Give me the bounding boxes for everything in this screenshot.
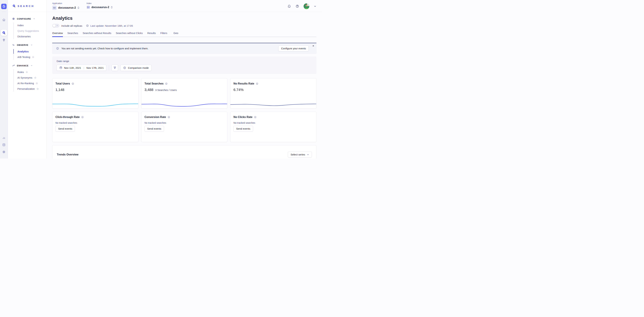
sidebar-header-observe[interactable]: OBSERVE [12, 43, 46, 47]
sidebar-item-ai-reranking[interactable]: AI Re-Ranking ☆ [14, 80, 46, 86]
help-button[interactable] [296, 4, 299, 8]
send-events-button[interactable]: Send events [56, 126, 75, 132]
index-label: Index [86, 2, 113, 4]
date-range-button[interactable]: Nov 11th, 2021 | Nov 17th, 2021 [56, 65, 106, 71]
favorite-star-icon[interactable]: ☆ [36, 88, 39, 90]
include-replicas-toggle[interactable]: ✕ [52, 24, 59, 28]
section-label: ENHANCE [17, 64, 28, 67]
tab-searches-without-clicks[interactable]: Searches without Clicks [116, 32, 143, 37]
rail-settings-button[interactable] [2, 150, 6, 154]
info-icon[interactable] [256, 82, 258, 85]
index-value: docusaurus-2 [92, 6, 109, 9]
index-dropdown[interactable]: docusaurus-2 [86, 6, 113, 9]
date-range-label: Date range [56, 60, 312, 62]
card-total-searches: Total Searches 3,488 3 Searches / Users [141, 78, 228, 109]
sidebar-item-ai-synonyms[interactable]: AI Synonyms ☆ [14, 75, 46, 80]
info-icon[interactable] [254, 116, 256, 118]
chevron-down-icon [33, 18, 35, 20]
sidebar-item-analytics[interactable]: Analytics [14, 49, 46, 54]
page-title: Analytics [52, 16, 316, 21]
info-icon[interactable] [81, 116, 84, 118]
clock-icon [86, 24, 89, 27]
account-menu-chevron-icon[interactable] [314, 5, 316, 8]
sidebar-header-enhance[interactable]: ENHANCE [12, 64, 46, 68]
card-title: No Clicks Rate [234, 116, 252, 118]
filter-button[interactable] [112, 64, 118, 71]
logo-text: SEARCH [18, 4, 34, 8]
card-title: Total Searches [144, 82, 164, 85]
send-events-button[interactable]: Send events [234, 126, 253, 132]
comparison-mode-button[interactable]: Comparison mode [120, 65, 152, 71]
card-title: Conversion Rate [144, 116, 166, 118]
funnel-icon [113, 66, 116, 70]
search-pin-icon [2, 31, 6, 35]
sidebar: SEARCH CONFIGURE [8, 0, 47, 158]
tab-filters[interactable]: Filters [160, 32, 167, 37]
tab-results[interactable]: Results [147, 32, 156, 37]
sidebar-item-query-suggestions[interactable]: Query Suggestions [14, 28, 46, 34]
lightbulb-flash-icon [2, 38, 6, 42]
card-click-through-rate: Click-through Rate No tracked searches S… [52, 112, 138, 142]
rail-home-button[interactable] [2, 18, 6, 22]
section-label: CONFIGURE [17, 18, 31, 20]
rail-recommend-button[interactable] [2, 38, 6, 42]
sidebar-header-configure[interactable]: CONFIGURE [12, 17, 46, 21]
sidebar-item-rules[interactable]: Rules ☆ [14, 69, 46, 75]
tab-overview[interactable]: Overview [52, 32, 63, 37]
tab-searches[interactable]: Searches [68, 32, 78, 37]
banner-close-icon[interactable]: ✕ [312, 44, 314, 47]
favorite-star-icon[interactable]: ☆ [26, 71, 28, 74]
date-end: Nov 17th, 2021 [86, 66, 104, 69]
last-update: Last update: November 18th, at 17:05 [86, 24, 133, 27]
tab-searches-without-results[interactable]: Searches without Results [83, 32, 111, 37]
favorite-star-icon[interactable]: ☆ [34, 76, 36, 79]
date-range-panel: Date range Nov 11th, 2021 | Nov 17th, 20… [52, 56, 316, 74]
select-series-label: Select series [290, 153, 305, 156]
send-events-button[interactable]: Send events [144, 126, 164, 132]
notifications-button[interactable] [287, 4, 291, 8]
info-icon[interactable] [165, 82, 168, 85]
sidebar-item-ab-testing[interactable]: A/B Testing ☆ [14, 54, 46, 60]
application-value: docusaurus-2 [58, 6, 76, 9]
rail-timer-button[interactable] [1, 4, 6, 9]
trends-overview-card: Trends Overview Select series [52, 145, 316, 158]
calendar-icon [59, 66, 62, 69]
controls-divider [109, 65, 109, 71]
index-selector: Index docusaurus-2 [86, 2, 113, 12]
application-badge: D2 [52, 6, 56, 10]
favorite-star-icon[interactable]: ☆ [32, 56, 34, 58]
configure-events-button[interactable]: Configure your events [278, 46, 309, 51]
banner-message: You are not sending events yet. Check ho… [61, 47, 148, 50]
info-icon[interactable] [168, 116, 170, 118]
product-rail [0, 0, 8, 158]
last-update-text: Last update: November 18th, at 17:05 [90, 24, 133, 27]
sidebar-section-observe: OBSERVE Analytics A/B Testing ☆ [12, 43, 46, 60]
metric-cards-row-2: Click-through Rate No tracked searches S… [52, 112, 316, 142]
toggle-knob [53, 24, 56, 27]
card-value: 6.74% [234, 88, 244, 92]
gear-icon [2, 150, 6, 154]
search-pin-icon [12, 4, 16, 8]
database-icon [2, 143, 6, 147]
favorite-star-icon[interactable]: ☆ [36, 82, 38, 85]
sidebar-item-index[interactable]: Index [14, 22, 46, 28]
user-avatar[interactable] [304, 4, 309, 9]
sidebar-section-enhance: ENHANCE Rules ☆ AI Synonyms ☆ AI [12, 64, 46, 92]
tab-geo[interactable]: Geo [174, 32, 178, 37]
rail-data-button[interactable] [2, 143, 6, 147]
no-tracked-searches-text: No tracked searches [234, 122, 313, 124]
card-title: Click-through Rate [56, 116, 80, 118]
updown-chevrons-icon [78, 6, 80, 10]
home-icon [2, 18, 6, 22]
chevron-down-icon [307, 154, 309, 156]
sidebar-item-personalization[interactable]: Personalization ☆ [14, 86, 46, 92]
sidebar-item-dictionaries[interactable]: Dictionaries [14, 34, 46, 39]
select-series-button[interactable]: Select series [288, 152, 312, 158]
date-separator: | [83, 66, 85, 69]
rail-search-button[interactable] [1, 30, 7, 36]
info-icon[interactable] [72, 82, 74, 85]
rail-monitoring-button[interactable] [2, 136, 6, 140]
avatar-photo [304, 4, 309, 9]
application-dropdown[interactable]: D2 docusaurus-2 [52, 6, 80, 10]
bell-icon [287, 4, 291, 8]
